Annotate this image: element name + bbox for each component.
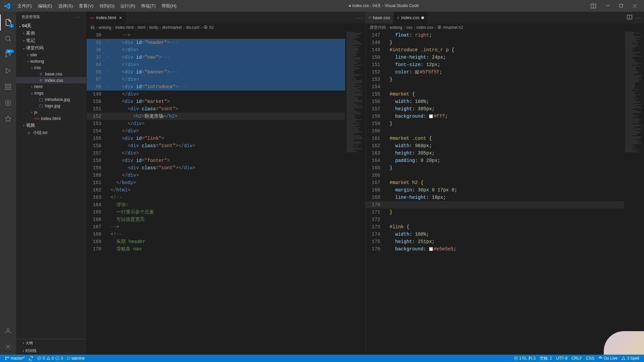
close-tab-icon[interactable]: × <box>118 15 123 20</box>
tree-node[interactable]: imgs <box>16 90 86 96</box>
breadcrumb-item[interactable]: div#market <box>162 25 182 30</box>
code-line[interactable]: 155 <div id="link"> <box>87 135 345 142</box>
tree-node[interactable]: ≡小结.txt <box>16 129 86 136</box>
debug-view-icon[interactable] <box>0 63 16 79</box>
code-line[interactable]: 31› <div id="header">··· <box>87 39 345 46</box>
code-line[interactable]: 158 <div id="footer"> <box>87 157 345 164</box>
editor-tab[interactable]: <>index.html× <box>87 12 126 23</box>
status-eol[interactable]: CRLF <box>570 356 584 361</box>
explorer-view-icon[interactable]: 1 <box>0 14 16 31</box>
source-control-view-icon[interactable]: 3K+ <box>0 47 16 63</box>
more-actions-icon[interactable]: ··· <box>636 15 641 20</box>
code-line[interactable]: 172 <box>366 216 624 223</box>
code-line[interactable]: 150 <div id="market"> <box>87 98 345 105</box>
code-line[interactable]: 162</html> <box>87 186 345 194</box>
tree-node[interactable]: ▢logo.jpg <box>16 103 86 109</box>
code-line[interactable]: 148} <box>366 39 624 46</box>
breadcrumb-item[interactable]: 课堂代码 <box>370 25 386 31</box>
code-line[interactable]: 167#market h2 { <box>366 179 624 186</box>
code-line[interactable]: 168<!-- <box>87 231 345 238</box>
minimap-left[interactable] <box>345 32 365 355</box>
code-line[interactable]: 169 头部 header <box>87 238 345 245</box>
status-tabnine[interactable]: ⬡ tabnine <box>65 356 87 361</box>
menu-item[interactable]: 终端(T) <box>139 2 158 10</box>
tree-node[interactable]: html <box>16 83 86 90</box>
tree-node[interactable]: js <box>16 109 86 115</box>
code-line[interactable]: 64 </div> <box>87 61 345 68</box>
tree-node[interactable]: 笔记 <box>16 37 86 44</box>
code-line[interactable]: 151 <div class="cont"> <box>87 105 345 113</box>
status-spaces[interactable]: 空格: 2 <box>538 356 554 361</box>
code-line[interactable]: 166 <box>366 172 624 179</box>
code-line[interactable]: 30 --> <box>87 32 345 39</box>
status-lang[interactable]: CSS <box>584 356 596 361</box>
menu-item[interactable]: 选择(S) <box>56 2 75 10</box>
code-line[interactable]: 37› <div id="nav">··· <box>87 54 345 61</box>
breadcrumb-item[interactable]: html <box>138 25 146 30</box>
menu-item[interactable]: 文件(F) <box>15 2 35 10</box>
more-actions-icon[interactable]: ··· <box>76 15 81 19</box>
code-line[interactable]: 156 width: 100%; <box>366 98 624 105</box>
settings-gear-icon[interactable] <box>0 339 16 355</box>
search-view-icon[interactable] <box>0 31 16 47</box>
code-line[interactable]: 161 </body> <box>87 179 345 186</box>
status-sync[interactable] <box>26 356 35 361</box>
code-line[interactable]: 159 <div class="cont"></div> <box>87 164 345 172</box>
code-line[interactable]: 156 <div class="cont"></div> <box>87 142 345 149</box>
code-line[interactable]: 149 </div> <box>87 90 345 98</box>
split-editor-icon[interactable] <box>627 14 632 21</box>
code-line[interactable]: 176 background: #e5e5e5; <box>366 245 624 253</box>
import-profiles-icon[interactable] <box>0 111 16 127</box>
sidebar-panel-header[interactable]: 时间线 <box>16 347 86 355</box>
code-line[interactable]: 67 </div> <box>87 76 345 83</box>
code-line[interactable]: 147 float: right; <box>366 32 624 39</box>
code-line[interactable]: 150 line-height: 24px; <box>366 54 624 61</box>
code-line[interactable]: 151 font-size: 12px; <box>366 61 624 68</box>
minimize-button[interactable] <box>601 1 614 11</box>
tree-node[interactable]: css <box>16 64 86 71</box>
tree-node[interactable]: <>index.html <box>16 115 86 122</box>
more-actions-icon[interactable]: ··· <box>357 15 363 20</box>
code-line[interactable]: 162 width: 960px; <box>366 142 624 149</box>
account-icon[interactable] <box>0 322 16 339</box>
tree-node[interactable]: site <box>16 52 86 58</box>
code-line[interactable]: 157 </div> <box>87 149 345 157</box>
breadcrumb-item[interactable]: ⦿ #market h2 <box>437 25 463 30</box>
menu-item[interactable]: 编辑(E) <box>35 2 55 10</box>
code-line[interactable]: 170 导航条 nav <box>87 245 345 253</box>
close-button[interactable] <box>628 1 641 11</box>
breadcrumb-item[interactable]: div.cont <box>186 25 199 30</box>
code-right[interactable]: 147 float: right;148}149#introduce .intr… <box>366 32 624 355</box>
breadcrumb-item[interactable]: wolong <box>390 25 402 30</box>
editor-tab[interactable]: #base.css <box>366 12 394 23</box>
code-line[interactable]: 164 浮动: <box>87 201 345 208</box>
code-line[interactable]: 168 margin: 30px 0 17px 0; <box>366 186 624 194</box>
code-line[interactable]: 161#market .cont { <box>366 135 624 142</box>
code-line[interactable]: 160 <box>366 127 624 135</box>
code-line[interactable]: 154 <box>366 83 624 90</box>
code-line[interactable]: 175 height: 251px; <box>366 238 624 245</box>
minimap-right[interactable] <box>624 32 644 355</box>
code-line[interactable]: 171} <box>366 208 624 216</box>
code-line[interactable]: 158 background: #fff; <box>366 113 624 120</box>
layout-icon[interactable] <box>588 3 598 9</box>
code-line[interactable]: 165} <box>366 164 624 172</box>
breadcrumb-left[interactable]: 码›wolong›index.html›html›body›div#market… <box>87 23 365 32</box>
code-line[interactable]: 173#link { <box>366 223 624 231</box>
breadcrumb-item[interactable]: 码 <box>91 25 95 31</box>
code-line[interactable]: 170 <box>366 201 624 208</box>
menu-item[interactable]: 查看(V) <box>76 2 96 10</box>
menu-item[interactable]: 转到(G) <box>97 2 117 10</box>
code-line[interactable]: 36 </div> <box>87 46 345 54</box>
breadcrumb-item[interactable]: index.css <box>417 25 433 30</box>
code-line[interactable]: 169 line-height: 18px; <box>366 194 624 201</box>
sidebar-panel-header[interactable]: 大纲 <box>16 339 86 347</box>
live-view-icon[interactable] <box>0 95 16 111</box>
status-problems[interactable]: 0 0 3 <box>35 356 65 361</box>
code-line[interactable]: 152 color: #5f5f5f; <box>366 68 624 76</box>
menu-item[interactable]: 运行(R) <box>118 2 138 10</box>
code-line[interactable]: 155#market { <box>366 90 624 98</box>
tree-node[interactable]: #index.css <box>16 77 86 83</box>
tree-node[interactable]: 案例 <box>16 29 86 37</box>
code-line[interactable]: 154 </div> <box>87 127 345 135</box>
